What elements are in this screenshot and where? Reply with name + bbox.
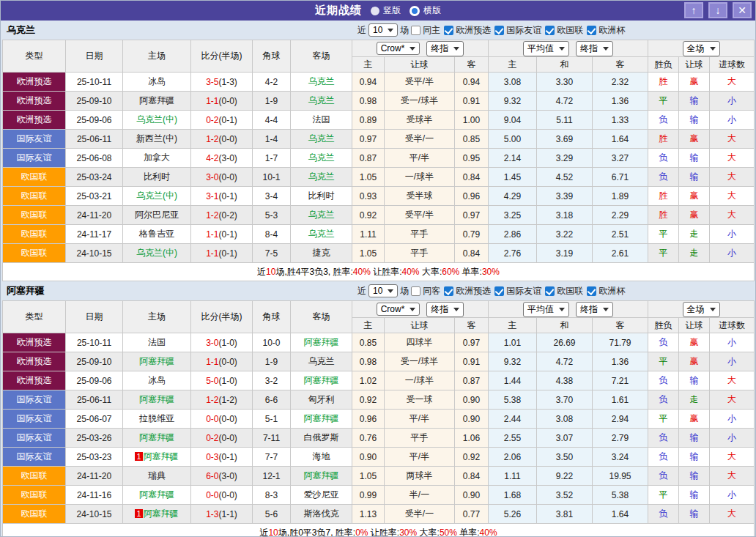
goals-result-cell: 小 bbox=[710, 92, 755, 111]
summary-row: 近10场,胜4平3负3, 胜率:40% 让胜率:40% 大率:60% 单率:30… bbox=[3, 263, 755, 281]
date-cell: 25-09-10 bbox=[66, 352, 123, 371]
away-team-cell: 乌克兰 bbox=[291, 73, 352, 92]
match-count-select[interactable]: 10 bbox=[368, 284, 398, 297]
corner-cell: 5-3 bbox=[253, 206, 291, 225]
up-arrow-icon: ↑ bbox=[692, 4, 697, 16]
window-title: 近期战绩 bbox=[315, 4, 362, 18]
away-team-cell: 阿塞拜疆 bbox=[291, 371, 352, 390]
avg-home-cell: 2.76 bbox=[489, 244, 537, 263]
home-team-cell: 1阿塞拜疆 bbox=[123, 505, 191, 524]
odds-company-select[interactable]: Crow* bbox=[377, 303, 420, 316]
avg-draw-cell: 4.72 bbox=[537, 352, 593, 371]
col-home: 主场 bbox=[123, 301, 191, 333]
near-label: 近 bbox=[357, 285, 366, 297]
type-badge-cell: 欧洲预选 bbox=[3, 73, 66, 92]
match-row: 欧国联24-11-20阿尔巴尼亚1-2(0-2)5-3乌克兰0.92受平/半0.… bbox=[3, 206, 755, 225]
avg-draw-cell: 3.69 bbox=[537, 130, 593, 149]
type-badge-cell: 欧国联 bbox=[3, 486, 66, 505]
filter-checkbox-friendly[interactable] bbox=[494, 26, 504, 35]
match-count-select[interactable]: 10 bbox=[368, 23, 398, 37]
date-cell: 25-09-10 bbox=[66, 92, 123, 111]
scroll-up-button[interactable]: ↑ bbox=[684, 2, 703, 18]
match-row: 欧洲预选25-09-06乌克兰(中)0-2(0-1)4-4法国0.89受球半1.… bbox=[3, 111, 755, 130]
score-cell: 1-1(0-1) bbox=[191, 225, 253, 244]
col-avg-away: 客 bbox=[593, 57, 648, 73]
goals-result-cell: 大 bbox=[710, 149, 755, 168]
score-cell: 6-0(3-0) bbox=[191, 467, 253, 486]
corner-cell: 1-9 bbox=[253, 352, 291, 371]
goals-result-cell: 大 bbox=[710, 371, 755, 390]
same-venue-checkbox[interactable] bbox=[411, 26, 420, 35]
corner-cell: 10-1 bbox=[253, 168, 291, 187]
home-team-cell: 阿塞拜疆 bbox=[123, 352, 191, 371]
type-badge-cell: 国际友谊 bbox=[3, 130, 66, 149]
odds-stage-select[interactable]: 终指 bbox=[426, 41, 464, 56]
score-cell: 3-1(0-1) bbox=[191, 187, 253, 206]
layout-radio-horizontal[interactable]: 横版 bbox=[410, 4, 441, 17]
filter-checkbox-euro-cup[interactable] bbox=[587, 26, 596, 35]
chevron-down-icon bbox=[410, 47, 415, 51]
handicap-result-cell: 输 bbox=[679, 505, 710, 524]
handicap-result-cell: 输 bbox=[679, 149, 710, 168]
handicap-result-cell: 输 bbox=[679, 168, 710, 187]
goals-result-cell: 小 bbox=[710, 111, 755, 130]
corner-cell: 1-7 bbox=[253, 149, 291, 168]
goals-result-cell: 小 bbox=[710, 429, 755, 448]
away-team-cell: 斯洛伐克 bbox=[291, 505, 352, 524]
filter-checkbox-euro-qualifiers[interactable] bbox=[444, 286, 453, 296]
score-cell: 1-1(0-0) bbox=[191, 352, 253, 371]
handicap-cell: 两球半 bbox=[385, 467, 455, 486]
col-goals: 进球数 bbox=[710, 57, 755, 73]
odds-home-cell: 1.11 bbox=[352, 225, 385, 244]
red-card-badge: 1 bbox=[135, 509, 142, 518]
avg-away-cell: 3.27 bbox=[593, 149, 648, 168]
match-row: 国际友谊25-03-231阿塞拜疆0-3(0-1)7-7海地0.90平/半0.9… bbox=[3, 448, 755, 467]
handicap-cell: 四球半 bbox=[385, 333, 455, 352]
scope-select[interactable]: 全场 bbox=[683, 41, 720, 56]
col-home: 主场 bbox=[123, 40, 191, 73]
same-venue-checkbox[interactable] bbox=[411, 286, 420, 296]
close-button[interactable]: ✕ bbox=[733, 2, 752, 18]
filter-checkbox-nations-league[interactable] bbox=[545, 286, 555, 296]
odds-away-cell: 0.87 bbox=[455, 371, 489, 390]
avg-source-select[interactable]: 平均值 bbox=[523, 41, 569, 56]
avg-source-select[interactable]: 平均值 bbox=[523, 302, 569, 317]
type-badge-cell: 欧国联 bbox=[3, 187, 66, 206]
chevron-down-icon bbox=[710, 308, 716, 311]
games-label: 场 bbox=[400, 24, 409, 37]
col-goals: 进球数 bbox=[710, 318, 755, 333]
chevron-down-icon bbox=[453, 308, 459, 311]
home-team-cell: 阿塞拜疆 bbox=[123, 390, 191, 410]
odds-stage-select[interactable]: 终指 bbox=[426, 302, 464, 317]
avg-home-cell: 5.26 bbox=[489, 505, 537, 524]
avg-stage-select[interactable]: 终指 bbox=[576, 302, 613, 317]
result-cell: 负 bbox=[648, 111, 679, 130]
away-team-cell: 匈牙利 bbox=[291, 390, 352, 410]
scroll-down-button[interactable]: ↓ bbox=[708, 2, 727, 18]
home-team-cell: 阿尔巴尼亚 bbox=[123, 206, 191, 225]
odds-home-cell: 0.94 bbox=[352, 73, 385, 92]
avg-draw-cell: 3.70 bbox=[537, 390, 593, 410]
col-type: 类型 bbox=[3, 40, 66, 73]
filter-checkbox-friendly[interactable] bbox=[494, 286, 504, 296]
result-cell: 负 bbox=[648, 390, 679, 410]
filter-checkbox-euro-qualifiers[interactable] bbox=[444, 26, 453, 35]
filter-checkbox-nations-league[interactable] bbox=[545, 26, 555, 35]
type-badge-cell: 欧洲预选 bbox=[3, 352, 66, 371]
odds-company-select[interactable]: Crow* bbox=[377, 42, 420, 55]
col-avg-draw: 和 bbox=[537, 318, 593, 333]
goals-result-cell: 大 bbox=[710, 73, 755, 92]
avg-stage-select[interactable]: 终指 bbox=[576, 41, 613, 56]
corner-cell: 1-9 bbox=[253, 92, 291, 111]
type-badge-cell: 欧洲预选 bbox=[3, 333, 66, 352]
same-venue-label: 同主 bbox=[423, 24, 440, 37]
date-cell: 25-10-11 bbox=[66, 73, 123, 92]
odds-away-cell: 0.84 bbox=[455, 467, 489, 486]
scope-select[interactable]: 全场 bbox=[683, 302, 720, 317]
down-arrow-icon: ↓ bbox=[716, 4, 721, 16]
filter-checkbox-euro-cup[interactable] bbox=[587, 286, 596, 296]
type-badge-cell: 国际友谊 bbox=[3, 390, 66, 410]
chevron-down-icon bbox=[710, 47, 716, 51]
layout-radio-vertical[interactable]: 竖版 bbox=[371, 4, 401, 17]
date-cell: 24-11-17 bbox=[66, 225, 123, 244]
